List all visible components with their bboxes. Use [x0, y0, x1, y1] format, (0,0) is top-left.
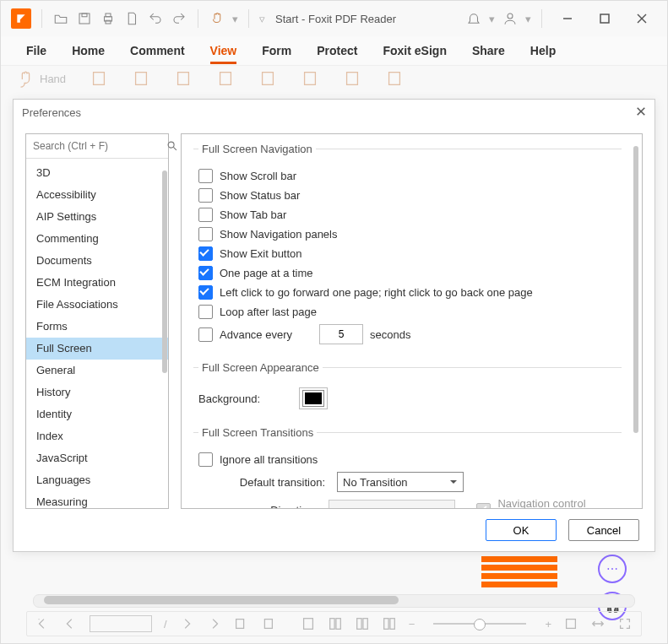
category-list[interactable]: 3DAccessibilityAIP SettingsCommentingDoc…: [26, 159, 168, 508]
category-item[interactable]: ECM Integration: [26, 272, 168, 294]
category-item[interactable]: Full Screen: [26, 338, 168, 360]
default-transition-select[interactable]: No Transition: [337, 472, 464, 492]
label: Show Exit button: [220, 247, 302, 260]
background-color-picker[interactable]: [299, 387, 328, 409]
bell-icon[interactable]: [465, 10, 482, 27]
rotate-icon[interactable]: [233, 616, 248, 631]
rotate-icon[interactable]: [260, 616, 275, 631]
menu-file[interactable]: File: [26, 44, 46, 57]
layout-icon[interactable]: [328, 616, 343, 631]
category-item[interactable]: Identity: [26, 403, 168, 425]
zoom-out-icon[interactable]: −: [409, 618, 415, 630]
redo-icon[interactable]: [171, 10, 187, 27]
horizontal-scrollbar[interactable]: [33, 594, 635, 608]
chat-bubble-icon[interactable]: ⋯: [598, 555, 627, 583]
direction-select: [329, 500, 455, 509]
label: seconds: [370, 328, 410, 341]
save-icon[interactable]: [76, 10, 93, 27]
start-tab-label[interactable]: Start - Foxit PDF Reader: [275, 13, 396, 25]
checkbox-loop[interactable]: [198, 305, 213, 319]
svg-rect-26: [390, 619, 394, 630]
label: One page at a time: [220, 267, 313, 279]
dialog-close-button[interactable]: [636, 106, 646, 119]
menu-esign[interactable]: Foxit eSign: [383, 44, 446, 57]
menu-home[interactable]: Home: [72, 44, 105, 57]
category-item[interactable]: Languages: [26, 469, 168, 491]
category-item[interactable]: Index: [26, 425, 168, 447]
group-legend: Full Screen Navigation: [198, 143, 316, 155]
checkbox-statusbar[interactable]: [198, 188, 213, 203]
fullscreen-icon[interactable]: [617, 616, 633, 631]
layout-icon[interactable]: [301, 616, 316, 631]
category-item[interactable]: JavaScript: [26, 447, 168, 469]
first-page-icon[interactable]: [35, 616, 51, 631]
user-icon[interactable]: [502, 10, 519, 27]
menu-share[interactable]: Share: [472, 44, 505, 57]
zoom-in-icon[interactable]: +: [545, 618, 551, 630]
menu-help[interactable]: Help: [530, 44, 556, 57]
layout-icon[interactable]: [355, 616, 370, 631]
page-number-input[interactable]: [90, 615, 152, 632]
category-item[interactable]: History: [26, 382, 168, 403]
close-window-button[interactable]: [627, 7, 657, 30]
ok-button[interactable]: OK: [486, 519, 557, 541]
checkbox-ignore-transitions[interactable]: [198, 452, 213, 467]
undo-icon[interactable]: [147, 10, 164, 27]
checkbox-scrollbar[interactable]: [198, 169, 213, 183]
category-item[interactable]: General: [26, 360, 168, 382]
open-icon[interactable]: [52, 10, 69, 27]
maximize-button[interactable]: [589, 7, 620, 30]
print-icon[interactable]: [100, 10, 117, 27]
search-icon[interactable]: [166, 136, 178, 156]
checkbox-click[interactable]: [198, 285, 213, 300]
menu-view[interactable]: View: [210, 44, 237, 64]
page-icon[interactable]: [123, 10, 140, 27]
checkbox-exitbtn[interactable]: [198, 246, 213, 261]
category-item[interactable]: AIP Settings: [26, 206, 168, 228]
cancel-button[interactable]: Cancel: [568, 519, 639, 541]
svg-rect-27: [567, 620, 576, 629]
category-item[interactable]: Forms: [26, 316, 168, 338]
checkbox-onepage[interactable]: [198, 266, 213, 280]
category-item[interactable]: Commenting: [26, 228, 168, 250]
checkbox-navpanels[interactable]: [198, 227, 213, 241]
next-page-icon[interactable]: [179, 616, 194, 631]
app-logo: [11, 8, 31, 29]
fit-width-icon[interactable]: [590, 616, 606, 631]
fit-page-icon[interactable]: [563, 616, 578, 631]
category-item[interactable]: Documents: [26, 250, 168, 272]
menu-form[interactable]: Form: [262, 44, 291, 57]
minimize-button[interactable]: [552, 7, 583, 30]
ribbon-icon: [174, 69, 193, 88]
svg-rect-25: [384, 619, 388, 630]
search-input[interactable]: [26, 140, 166, 152]
menu-protect[interactable]: Protect: [317, 44, 357, 57]
checkbox-advance[interactable]: [198, 327, 213, 342]
layout-icon[interactable]: [382, 616, 397, 631]
label: Direction:: [198, 504, 317, 510]
hand-dropdown-icon[interactable]: [209, 10, 225, 27]
fs-transitions-group: Full Screen Transitions Ignore all trans…: [193, 426, 622, 509]
zoom-slider[interactable]: [433, 623, 526, 625]
ribbon-icon: [343, 69, 361, 88]
label: Left click to go forward one page; right…: [220, 286, 533, 299]
prev-page-icon[interactable]: [62, 616, 78, 631]
panel-scrollbar[interactable]: [633, 146, 638, 433]
label: Loop after last page: [220, 306, 317, 318]
category-item[interactable]: 3D: [26, 162, 168, 184]
page-sep: /: [164, 618, 167, 630]
checkbox-tabbar[interactable]: [198, 208, 213, 222]
ribbon-icon: [90, 69, 108, 88]
svg-rect-3: [106, 14, 111, 17]
svg-rect-13: [220, 73, 231, 85]
advance-seconds-input[interactable]: [319, 324, 363, 344]
last-page-icon[interactable]: [206, 616, 221, 631]
category-item[interactable]: Measuring: [26, 491, 168, 508]
svg-rect-20: [303, 619, 312, 630]
category-item[interactable]: File Associations: [26, 294, 168, 316]
ribbon-icon: [301, 69, 319, 88]
sidebar-scrollbar[interactable]: [162, 170, 167, 373]
menu-comment[interactable]: Comment: [130, 44, 185, 57]
category-item[interactable]: Accessibility: [26, 184, 168, 206]
settings-panel: Full Screen Navigation Show Scroll bar S…: [181, 133, 643, 509]
